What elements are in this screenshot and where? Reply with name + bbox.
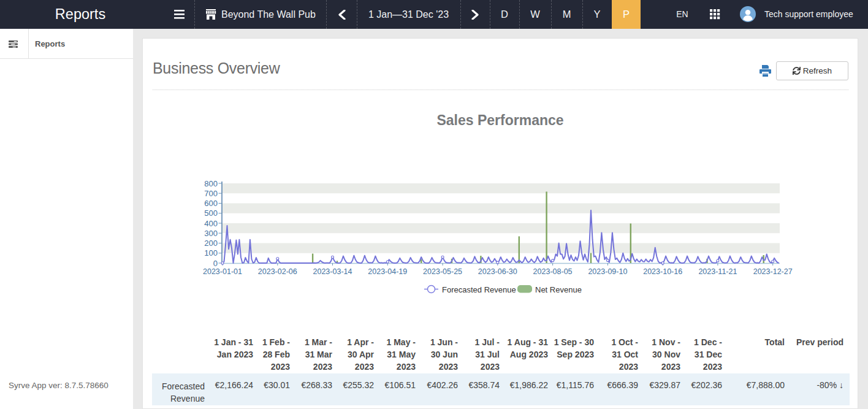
svg-text:2023-06-30: 2023-06-30 (478, 267, 517, 276)
svg-text:2023-10-16: 2023-10-16 (643, 267, 682, 276)
svg-text:2023-08-05: 2023-08-05 (533, 267, 573, 276)
svg-text:600: 600 (204, 199, 218, 208)
svg-text:500: 500 (204, 208, 218, 218)
svg-text:0: 0 (213, 259, 218, 268)
svg-text:100: 100 (204, 248, 218, 258)
svg-text:Net Revenue: Net Revenue (535, 285, 582, 294)
svg-text:2023-01-01: 2023-01-01 (203, 267, 242, 276)
svg-text:2023-09-10: 2023-09-10 (588, 267, 627, 276)
svg-text:400: 400 (204, 219, 218, 228)
svg-text:800: 800 (204, 179, 218, 188)
svg-text:300: 300 (204, 229, 218, 238)
svg-text:Forecasted Revenue: Forecasted Revenue (442, 285, 516, 294)
svg-text:2023-04-19: 2023-04-19 (368, 267, 407, 276)
svg-text:200: 200 (204, 239, 218, 248)
svg-text:2023-02-06: 2023-02-06 (258, 267, 297, 276)
svg-text:2023-12-27: 2023-12-27 (753, 267, 793, 276)
svg-text:2023-05-25: 2023-05-25 (423, 267, 462, 276)
svg-text:700: 700 (204, 189, 218, 198)
svg-text:2023-11-21: 2023-11-21 (698, 267, 737, 276)
svg-text:2023-03-14: 2023-03-14 (313, 267, 352, 276)
